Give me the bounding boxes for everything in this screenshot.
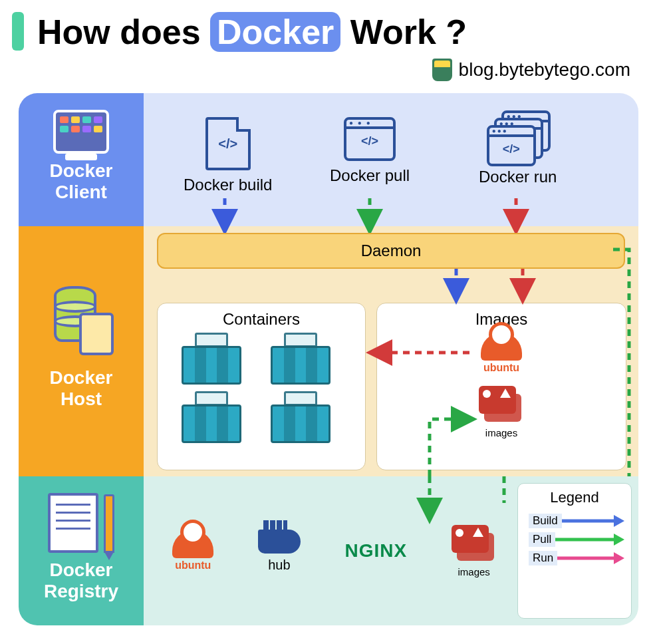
legend-box: Legend Build Pull Run (517, 483, 632, 619)
docker-hub-icon: hub (258, 530, 301, 573)
ubuntu-label: ubuntu (483, 362, 519, 374)
containers-title: Containers (158, 310, 365, 329)
legend-run-arrow-icon (557, 554, 624, 562)
row-client: Docker Client </> Docker build ● ● ●</> … (19, 93, 638, 226)
daemon-box: Daemon (157, 233, 625, 269)
pull-label: Docker pull (330, 166, 410, 185)
daemon-label: Daemon (361, 242, 422, 260)
stacked-windows-icon: ●●● ●●● ●●●</> (487, 110, 549, 162)
containers-box: Containers (157, 303, 366, 470)
registry-items: ubuntu hub NGINX images (144, 476, 525, 625)
title-highlight: Docker (210, 12, 340, 52)
legend-build-label: Build (529, 514, 562, 528)
registry-main: ubuntu hub NGINX images Legend Build Pul… (144, 476, 638, 625)
legend-build-arrow-icon (562, 517, 624, 525)
legend-pull-label: Pull (529, 532, 555, 547)
logo-icon (432, 59, 452, 81)
monitor-icon (53, 110, 109, 154)
ubuntu-image-icon: ubuntu (481, 333, 522, 374)
title-pre: How does (37, 13, 201, 51)
title-post: Work ? (350, 13, 467, 51)
hub-label: hub (268, 558, 290, 573)
accent-bar (12, 12, 24, 51)
document-icon (48, 493, 98, 553)
images-stack-icon: images (479, 386, 524, 438)
browser-code-icon: ● ● ●</> (344, 117, 396, 161)
images-box: Images ubuntu images (376, 303, 626, 470)
legend-pull-arrow-icon (555, 536, 624, 544)
side-host-label: Docker Host (50, 367, 113, 410)
side-client: Docker Client (19, 93, 144, 226)
legend-run-label: Run (529, 551, 557, 565)
ubuntu-reg-label: ubuntu (175, 560, 211, 571)
side-registry: Docker Registry (19, 476, 144, 625)
side-client-label: Docker Client (50, 160, 113, 203)
run-label: Docker run (479, 168, 557, 186)
legend-title: Legend (525, 489, 624, 506)
container-icon (182, 333, 241, 385)
pencil-icon (104, 494, 114, 553)
nginx-logo: NGINX (344, 540, 407, 562)
ubuntu-registry-icon: ubuntu (172, 530, 213, 571)
host-main: Daemon Containers Images ubuntu images (144, 226, 638, 476)
whale-icon (258, 530, 301, 554)
side-host: Docker Host (19, 226, 144, 476)
row-registry: Docker Registry ubuntu hub NGINX images … (19, 476, 638, 625)
images-small-label: images (485, 427, 517, 438)
cmd-build: </> Docker build (184, 117, 272, 194)
container-icon (271, 333, 330, 385)
registry-images-label: images (458, 566, 490, 577)
side-registry-label: Docker Registry (44, 560, 118, 602)
attribution: blog.bytebytego.com (432, 59, 630, 81)
diagram: Docker Client </> Docker build ● ● ●</> … (19, 93, 638, 625)
build-label: Docker build (184, 176, 272, 194)
client-main: </> Docker build ● ● ●</> Docker pull ●●… (144, 93, 638, 226)
container-icon (182, 391, 241, 443)
row-host: Docker Host Daemon Containers Images ubu… (19, 226, 638, 476)
page-title: How does Docker Work ? (37, 12, 467, 52)
file-code-icon: </> (205, 117, 251, 170)
registry-images-icon: images (452, 525, 497, 577)
cmd-pull: ● ● ●</> Docker pull (330, 117, 410, 185)
container-icon (271, 391, 330, 443)
cmd-run: ●●● ●●● ●●●</> Docker run (479, 110, 557, 186)
attribution-text: blog.bytebytego.com (459, 59, 630, 80)
database-scroll-icon (54, 286, 108, 350)
